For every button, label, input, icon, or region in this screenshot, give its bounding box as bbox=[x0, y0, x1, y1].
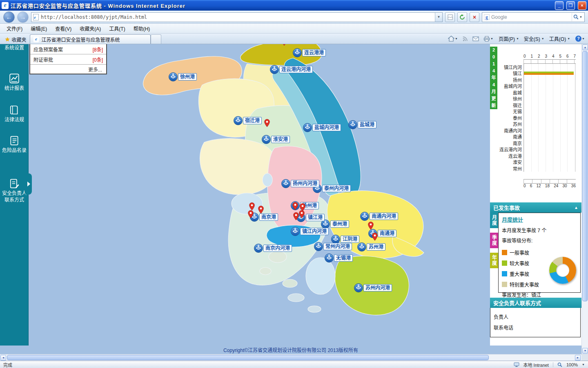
map-pin-icon[interactable] bbox=[372, 233, 378, 242]
port-label[interactable]: 宿迁港 bbox=[243, 117, 262, 124]
restore-button[interactable]: ❐ bbox=[566, 1, 575, 10]
sidebar-item-0[interactable]: 系统设置 bbox=[0, 45, 29, 51]
chart-bar[interactable] bbox=[524, 73, 574, 75]
port-label[interactable]: 盐城港 bbox=[358, 121, 376, 128]
quick-panel-row[interactable]: 附证审批[0条] bbox=[30, 54, 106, 65]
map-pin-icon[interactable] bbox=[258, 206, 264, 215]
sidebar-expander[interactable] bbox=[25, 173, 32, 195]
port-marker-anchor[interactable] bbox=[281, 179, 290, 188]
port-label[interactable]: 江阴港 bbox=[341, 236, 359, 243]
feeds-button[interactable] bbox=[461, 35, 470, 43]
toolbar-text-button[interactable]: 页面(P)▼ bbox=[496, 34, 521, 43]
port-label[interactable]: 扬州内河港 bbox=[291, 180, 319, 187]
url-text[interactable]: http://localhost:8080/yjpt/Main.html bbox=[41, 14, 435, 20]
period-tab-2[interactable]: 年度 bbox=[490, 253, 498, 268]
collapse-up-icon[interactable]: ▲ bbox=[574, 205, 578, 210]
contact-panel-header[interactable]: 安全负责人联系方式 bbox=[490, 298, 581, 308]
map-pin-icon[interactable] bbox=[292, 202, 298, 212]
map-pin-icon[interactable] bbox=[298, 210, 305, 220]
port-marker-anchor[interactable] bbox=[254, 244, 263, 253]
port-marker-anchor[interactable] bbox=[348, 120, 357, 129]
compatibility-button[interactable] bbox=[445, 12, 455, 22]
map-pin-icon[interactable] bbox=[247, 210, 254, 220]
scroll-down-button[interactable]: ▼ bbox=[582, 348, 588, 354]
toolbar-text-button[interactable]: 工具(O)▼ bbox=[547, 34, 572, 43]
close-button[interactable]: × bbox=[578, 1, 586, 10]
period-tab-1[interactable]: 季度 bbox=[490, 233, 498, 248]
vertical-scrollbar[interactable]: ▲ ▼ bbox=[581, 44, 588, 354]
port-label[interactable]: 淮安港 bbox=[271, 136, 290, 143]
refresh-button[interactable] bbox=[457, 12, 467, 22]
port-marker-anchor[interactable] bbox=[357, 242, 366, 251]
port-label[interactable]: 盐城内河港 bbox=[312, 124, 341, 131]
stop-button[interactable]: × bbox=[470, 12, 479, 22]
address-field[interactable]: e http://localhost:8080/yjpt/Main.html ▼ bbox=[31, 12, 443, 22]
read-mail-button[interactable] bbox=[471, 36, 481, 42]
active-tab[interactable]: e 江苏省港口安全监管与应急管理系统 bbox=[30, 34, 151, 44]
zoom-level[interactable]: 100% bbox=[566, 362, 578, 367]
quick-panel-row[interactable]: 应急预案备案[8条] bbox=[30, 44, 106, 54]
port-marker-anchor[interactable] bbox=[291, 227, 300, 236]
port-marker-anchor[interactable] bbox=[354, 283, 363, 292]
menu-item[interactable]: 工具(T) bbox=[105, 24, 129, 33]
scroll-right-button[interactable]: ► bbox=[575, 355, 581, 361]
new-tab-button[interactable] bbox=[151, 34, 161, 44]
port-marker-anchor[interactable] bbox=[360, 212, 369, 221]
menu-item[interactable]: 文件(F) bbox=[2, 24, 27, 33]
port-label[interactable]: 苏州港 bbox=[367, 243, 385, 251]
port-label[interactable]: 泰州港 bbox=[330, 220, 349, 228]
accidents-panel-header[interactable]: 已发生事故 ▲ bbox=[490, 202, 581, 213]
period-tab-0[interactable]: 月度 bbox=[490, 213, 498, 228]
port-marker-anchor[interactable] bbox=[270, 65, 279, 74]
port-marker-anchor[interactable] bbox=[234, 116, 243, 125]
map-pin-icon[interactable] bbox=[264, 119, 270, 129]
port-marker-anchor[interactable] bbox=[262, 135, 271, 144]
menu-item[interactable]: 帮助(H) bbox=[129, 24, 154, 33]
port-label[interactable]: 南通港 bbox=[378, 230, 396, 237]
port-label[interactable]: 徐州港 bbox=[178, 73, 197, 81]
zoom-dropdown-icon[interactable]: ▼ bbox=[582, 363, 585, 366]
port-label[interactable]: 南通内河港 bbox=[370, 213, 398, 220]
toolbar-text-button[interactable]: 安全(S)▼ bbox=[521, 34, 547, 43]
port-label[interactable]: 镇江港 bbox=[306, 214, 325, 221]
port-marker-anchor[interactable] bbox=[169, 72, 178, 81]
jiangsu-map[interactable] bbox=[29, 44, 490, 346]
port-marker-anchor[interactable] bbox=[314, 242, 323, 251]
port-label[interactable]: 镇江内河港 bbox=[300, 228, 329, 235]
forward-button[interactable]: → bbox=[17, 11, 29, 23]
search-go-button[interactable]: ▼ bbox=[572, 13, 584, 21]
map-pin-icon[interactable] bbox=[368, 222, 374, 231]
sidebar-item-1[interactable]: 统计报表 bbox=[0, 73, 29, 92]
menu-item[interactable]: 收藏夹(A) bbox=[76, 24, 105, 33]
horizontal-scroll-thumb[interactable] bbox=[7, 355, 489, 360]
port-marker-anchor[interactable] bbox=[293, 48, 302, 57]
menu-item[interactable]: 编辑(E) bbox=[27, 24, 51, 33]
port-label[interactable]: 泰州内河港 bbox=[322, 185, 351, 192]
more-link[interactable]: 更多... bbox=[30, 65, 106, 74]
port-marker-anchor[interactable] bbox=[303, 123, 312, 132]
favorites-button[interactable]: ★ 收藏夹 bbox=[2, 35, 30, 44]
port-label[interactable]: 连云港内河港 bbox=[279, 66, 313, 73]
scroll-left-button[interactable]: ◄ bbox=[0, 355, 6, 361]
port-marker-anchor[interactable] bbox=[331, 235, 340, 244]
home-button[interactable]: ▼ bbox=[446, 35, 459, 43]
map-area[interactable]: 应急预案备案[8条]附证审批[0条]更多... 连云港港连云港内河港徐州港宿迁港… bbox=[29, 44, 490, 346]
scroll-up-button[interactable]: ▲ bbox=[582, 45, 588, 50]
search-input[interactable]: Google bbox=[491, 14, 570, 20]
print-button[interactable]: ▼ bbox=[482, 35, 495, 43]
sidebar-item-3[interactable]: 危险品名录 bbox=[0, 135, 29, 154]
address-dropdown-icon[interactable]: ▼ bbox=[435, 13, 442, 22]
menu-item[interactable]: 查看(V) bbox=[51, 24, 76, 33]
help-button[interactable]: ? ▼ bbox=[574, 35, 586, 43]
port-label[interactable]: 常州内河港 bbox=[323, 243, 352, 250]
minimize-button[interactable]: _ bbox=[555, 1, 564, 10]
sidebar-item-4[interactable]: 安全负责人联系方式 bbox=[0, 178, 29, 203]
vertical-scroll-thumb[interactable] bbox=[582, 51, 588, 301]
horizontal-scrollbar[interactable]: ◄ ► bbox=[0, 354, 588, 361]
port-label[interactable]: 南京内河港 bbox=[263, 245, 292, 252]
search-box[interactable]: g Google ▼ bbox=[482, 12, 585, 22]
map-pin-icon[interactable] bbox=[281, 44, 287, 47]
port-label[interactable]: 无锡港 bbox=[334, 254, 353, 262]
port-label[interactable]: 连云港港 bbox=[302, 49, 326, 56]
port-marker-anchor[interactable] bbox=[325, 254, 334, 263]
